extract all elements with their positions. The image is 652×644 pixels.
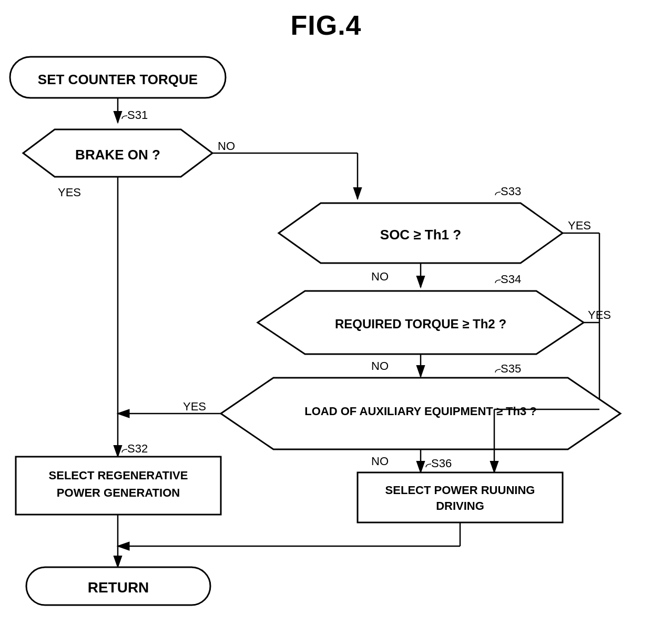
no-s33: NO — [371, 270, 389, 283]
s34-label: S34 — [501, 273, 521, 286]
s31-node: BRAKE ON ? — [75, 147, 160, 163]
s36-label: S36 — [431, 457, 452, 470]
no-s34: NO — [371, 359, 389, 373]
s36-node-2: DRIVING — [436, 499, 484, 512]
end-node: RETURN — [88, 579, 149, 596]
s33-node: SOC ≥ Th1 ? — [380, 227, 461, 243]
yes-s31: YES — [58, 186, 81, 199]
s32-node: SELECT REGENERATIVE — [49, 469, 188, 482]
yes-s34: YES — [588, 308, 611, 321]
no-s31: NO — [218, 139, 235, 153]
s32-node-2: POWER GENERATION — [57, 486, 180, 499]
page-title: FIG.4 — [0, 0, 652, 41]
s33-label: S33 — [501, 185, 521, 198]
yes-s35: YES — [183, 400, 206, 413]
s34-node: REQUIRED TORQUE ≥ Th2 ? — [335, 317, 506, 331]
svg-rect-20 — [358, 472, 563, 522]
start-label: SET COUNTER TORQUE — [38, 72, 198, 87]
s31-label: S31 — [127, 108, 148, 122]
no-s35: NO — [371, 455, 389, 468]
s35-node: LOAD OF AUXILIARY EQUIPMENT ≥ Th3 ? — [304, 405, 537, 418]
s36-node: SELECT POWER RUUNING — [385, 484, 535, 497]
s35-label: S35 — [501, 362, 521, 375]
flowchart-diagram: SET COUNTER TORQUE S31 BRAKE ON ? YES NO… — [0, 41, 652, 644]
s32-label: S32 — [127, 442, 148, 455]
yes-s33: YES — [568, 219, 591, 232]
